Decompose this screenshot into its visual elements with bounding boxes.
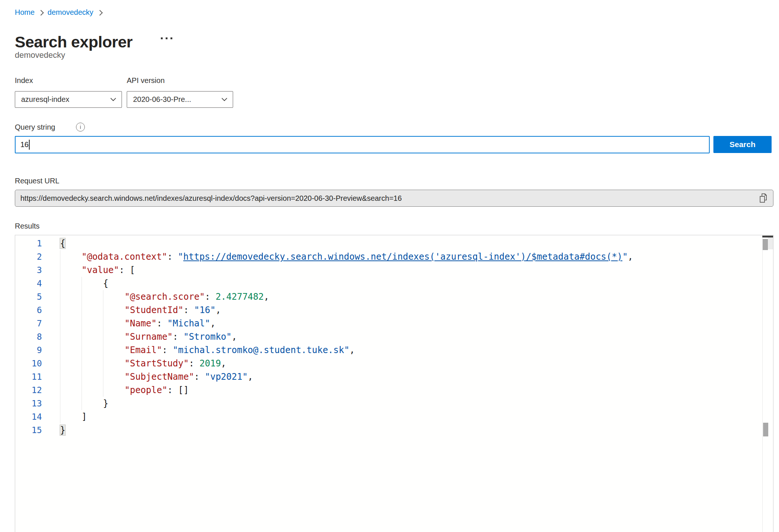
code-token-punc: } <box>103 398 108 409</box>
code-token-punc: { <box>103 278 108 289</box>
line-number: 6 <box>15 303 42 317</box>
api-version-label: API version <box>127 76 165 85</box>
code-token-punc: , <box>349 345 355 355</box>
page-subtitle: demovedecky <box>15 50 65 60</box>
indent-guide <box>82 303 82 317</box>
code-token-punc: : <box>167 252 178 262</box>
ellipsis-icon <box>166 37 168 39</box>
code-token-key: "Email" <box>125 345 162 355</box>
code-token-str: " <box>178 252 183 262</box>
indent-guide <box>103 317 103 330</box>
code-token-punc: } <box>60 425 65 435</box>
line-number: 14 <box>15 410 42 423</box>
indent-guide <box>82 370 82 383</box>
indent-guide <box>103 303 103 317</box>
code-token-key: "people" <box>125 385 168 395</box>
indent-guide <box>103 383 103 397</box>
code-line: 15} <box>15 423 773 437</box>
line-number: 2 <box>15 250 42 263</box>
query-string-input[interactable]: 16 <box>15 136 710 153</box>
indent-guide <box>82 343 82 357</box>
info-icon[interactable]: i <box>76 123 85 132</box>
code-token-punc: ] <box>82 412 87 422</box>
search-button[interactable]: Search <box>713 136 772 153</box>
breadcrumb-home-link[interactable]: Home <box>15 8 34 17</box>
code-token-punc: : <box>183 305 194 315</box>
indent-guide <box>60 250 60 263</box>
index-label: Index <box>15 76 33 85</box>
indent-guide <box>60 383 60 397</box>
line-number: 13 <box>15 397 42 410</box>
more-options-button[interactable] <box>160 37 173 40</box>
indent-guide <box>82 277 82 290</box>
indent-guide <box>103 330 103 343</box>
indent-guide <box>60 370 60 383</box>
code-token-key: "value" <box>82 265 119 275</box>
code-line: 11"SubjectName": "vp2021", <box>15 370 773 383</box>
line-number: 8 <box>15 330 42 343</box>
api-version-dropdown[interactable]: 2020-06-30-Pre... <box>127 91 233 108</box>
breadcrumb-service-link[interactable]: demovedecky <box>47 8 93 17</box>
breadcrumb: Home demovedecky <box>15 8 102 17</box>
line-number: 9 <box>15 343 42 357</box>
code-token-key: "Name" <box>125 318 157 329</box>
code-token-punc: : <box>173 332 183 342</box>
chevron-down-icon <box>110 96 116 103</box>
indent-guide <box>82 290 82 303</box>
code-token-punc: : <box>194 372 205 382</box>
indent-guide <box>60 330 60 343</box>
page-title: Search explorer <box>15 33 133 51</box>
line-number: 7 <box>15 317 42 330</box>
copy-icon <box>759 193 768 203</box>
line-number: 12 <box>15 383 42 397</box>
indent-guide <box>60 317 60 330</box>
line-number: 4 <box>15 277 42 290</box>
code-token-key: "StudentId" <box>125 305 183 315</box>
indent-guide <box>82 330 82 343</box>
code-token-punc: : [] <box>168 385 189 395</box>
line-number: 15 <box>15 423 42 437</box>
code-line: 8"Surname": "Stromko", <box>15 330 773 343</box>
code-token-key: "StartStudy" <box>125 358 189 369</box>
chevron-right-icon <box>38 10 44 16</box>
code-line: 10"StartStudy": 2019, <box>15 357 773 370</box>
code-token-punc: : [ <box>119 265 135 275</box>
code-token-punc: , <box>264 292 269 302</box>
line-number: 10 <box>15 357 42 370</box>
code-token-punc: , <box>221 358 226 369</box>
indent-guide <box>60 410 60 423</box>
code-line: 12"people": [] <box>15 383 773 397</box>
code-token-str: "Stromko" <box>183 332 232 342</box>
results-editor[interactable]: 1{2"@odata.context": "https://demovedeck… <box>15 235 773 532</box>
code-line: 3"value": [ <box>15 263 773 277</box>
code-token-punc: , <box>216 305 221 315</box>
indent-guide <box>60 303 60 317</box>
ellipsis-icon <box>161 37 163 39</box>
indent-guide <box>60 277 60 290</box>
scrollbar-track-border <box>762 235 763 532</box>
code-token-punc: { <box>60 238 65 249</box>
text-caret <box>29 140 30 150</box>
page-scrollbar-thumb[interactable] <box>763 423 768 436</box>
code-line: 1{ <box>15 237 773 250</box>
code-token-punc: , <box>628 252 633 262</box>
code-token-key: "@odata.context" <box>82 252 167 262</box>
code-token-link[interactable]: https://demovedecky.search.windows.net/i… <box>183 252 623 262</box>
indent-guide <box>103 343 103 357</box>
code-token-key: "@search.score" <box>125 292 205 302</box>
line-number: 11 <box>15 370 42 383</box>
index-dropdown[interactable]: azuresql-index <box>15 91 122 108</box>
code-token-str: "michal.stromko@.student.tuke.sk" <box>173 345 349 355</box>
editor-scrollbar-thumb[interactable] <box>763 239 768 250</box>
code-token-punc: , <box>210 318 215 329</box>
code-token-str: "16" <box>194 305 216 315</box>
copy-url-button[interactable] <box>758 192 769 204</box>
results-code: 1{2"@odata.context": "https://demovedeck… <box>15 237 773 437</box>
line-number: 3 <box>15 263 42 277</box>
request-url-field[interactable]: https://demovedecky.search.windows.net/i… <box>15 190 773 207</box>
code-token-punc: : <box>189 358 199 369</box>
code-token-str: "Michal" <box>168 318 211 329</box>
code-line: 14] <box>15 410 773 423</box>
line-number: 5 <box>15 290 42 303</box>
code-line: 13} <box>15 397 773 410</box>
